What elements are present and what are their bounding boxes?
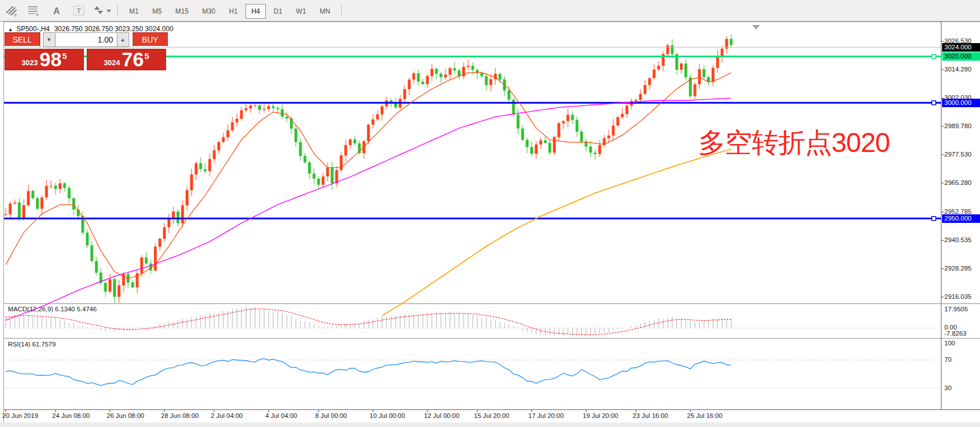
toolbar: E F A T M1M5M15M30H1H4D1W1MN: [0, 0, 980, 22]
rsi-label: RSI(14) 61.7579: [8, 341, 56, 348]
rsi-axis-label: 70: [944, 356, 979, 363]
volume-increase-button[interactable]: ▲: [117, 32, 129, 47]
hline-price-tag: 3000.000: [942, 99, 980, 107]
symbol-name: SP500-,H4: [16, 25, 50, 33]
trading-platform-window: E F A T M1M5M15M30H1H4D1W1MN ▲SP500-,H43…: [0, 0, 980, 427]
timeframe-button-h1[interactable]: H1: [223, 4, 243, 19]
ask-quote-box[interactable]: 3024765: [87, 49, 166, 70]
sell-button[interactable]: SELL: [5, 32, 40, 47]
svg-text:F: F: [36, 12, 39, 18]
crayon-draw-icon[interactable]: E: [1, 3, 22, 19]
svg-text:T: T: [77, 7, 81, 15]
svg-text:A: A: [53, 6, 60, 16]
one-click-trading-panel: SELL ▼ ▲ BUY 3023985 3024765: [5, 32, 168, 70]
macd-axis-label: -7.8263: [944, 330, 979, 337]
volume-decrease-button[interactable]: ▼: [43, 32, 56, 47]
time-axis-label: 10 Jul 00:00: [370, 412, 405, 419]
macd-label: MACD(12,26,9) 6.1340 5.4746: [8, 306, 97, 312]
ask-price-prefix: 3024: [104, 58, 120, 67]
time-axis-label: 28 Jun 08:00: [161, 412, 199, 419]
timeframe-button-mn[interactable]: MN: [314, 4, 336, 19]
time-axis-label: 24 Jun 08:00: [52, 412, 90, 419]
time-axis-label: 2 Jul 04:00: [211, 412, 243, 419]
ohlc-values: 3026.750 3026.750 3023.250 3024.000: [54, 25, 173, 33]
svg-text:E: E: [14, 12, 17, 18]
time-axis-label: 23 Jul 16:00: [633, 412, 668, 419]
price-axis-label: 2977.530: [944, 151, 979, 158]
time-axis-label: 15 Jul 20:00: [474, 412, 510, 419]
hline-price-tag: 3020.000: [942, 52, 980, 61]
hline-price-tag: 2950.000: [942, 214, 980, 223]
price-axis-label: 3014.280: [944, 66, 979, 73]
textbox-icon[interactable]: T: [69, 3, 90, 19]
chart-text-annotation[interactable]: 多空转折点3020: [698, 125, 890, 161]
time-axis-label: 19 Jul 20:00: [583, 412, 618, 419]
timeframe-button-w1[interactable]: W1: [290, 4, 312, 19]
timeframe-button-m15[interactable]: M15: [169, 4, 194, 19]
time-axis-label: 12 Jul 00:00: [424, 412, 460, 419]
toolbar-separator: [117, 4, 118, 18]
time-axis-label: 20 Jun 2019: [2, 412, 38, 419]
macd-axis-label: 17.9505: [944, 306, 979, 312]
ask-price-sup: 5: [145, 51, 149, 61]
timeframe-button-d1[interactable]: D1: [268, 4, 288, 19]
bid-price-prefix: 3023: [22, 58, 38, 67]
volume-input[interactable]: [56, 32, 117, 47]
macd-values: 6.1340 5.4746: [55, 306, 97, 312]
time-axis-label: 8 Jul 00:00: [315, 412, 347, 419]
rsi-axis-label: 30: [944, 384, 979, 391]
price-axis-label: 2928.285: [944, 265, 979, 272]
grid-pattern-icon[interactable]: F: [24, 3, 44, 19]
time-axis-label: 25 Jul 16:00: [687, 412, 723, 419]
time-axis-label: 26 Jun 08:00: [107, 412, 145, 419]
time-axis-label: 4 Jul 04:00: [265, 412, 297, 419]
bid-quote-box[interactable]: 3023985: [5, 49, 84, 70]
price-axis-label: 2965.280: [944, 179, 979, 186]
price-axis-label: 2940.535: [944, 236, 979, 243]
symbol-marker-icon: ▲: [8, 27, 13, 32]
timeframe-button-m1[interactable]: M1: [124, 4, 145, 19]
toolbar-separator: [341, 4, 342, 18]
rsi-value: 61.7579: [32, 341, 56, 348]
symbol-ohlc-readout: ▲SP500-,H43026.750 3026.750 3023.250 302…: [8, 25, 173, 33]
time-axis-label: 17 Jul 20:00: [528, 412, 564, 419]
ask-price-big: 76: [122, 51, 144, 69]
timeframe-button-m30[interactable]: M30: [197, 4, 221, 19]
current-price-tag: 3024.000: [942, 43, 980, 52]
timeframe-button-h4[interactable]: H4: [245, 4, 265, 19]
price-axis-label: 2916.035: [944, 293, 979, 300]
volume-stepper: ▼ ▲: [43, 32, 129, 47]
text-label-icon[interactable]: A: [46, 3, 67, 19]
bid-price-big: 98: [40, 51, 62, 69]
window-bottom-strip: [0, 422, 980, 427]
bid-price-sup: 5: [62, 51, 67, 61]
rsi-axis-label: 100: [944, 340, 979, 346]
arrow-style-icon[interactable]: [92, 3, 112, 19]
timeframe-button-group: M1M5M15M30H1H4D1W1MN: [122, 6, 337, 16]
timeframe-button-m5[interactable]: M5: [147, 4, 168, 19]
price-axis-label: 2989.780: [944, 122, 979, 129]
buy-button[interactable]: BUY: [133, 32, 168, 47]
